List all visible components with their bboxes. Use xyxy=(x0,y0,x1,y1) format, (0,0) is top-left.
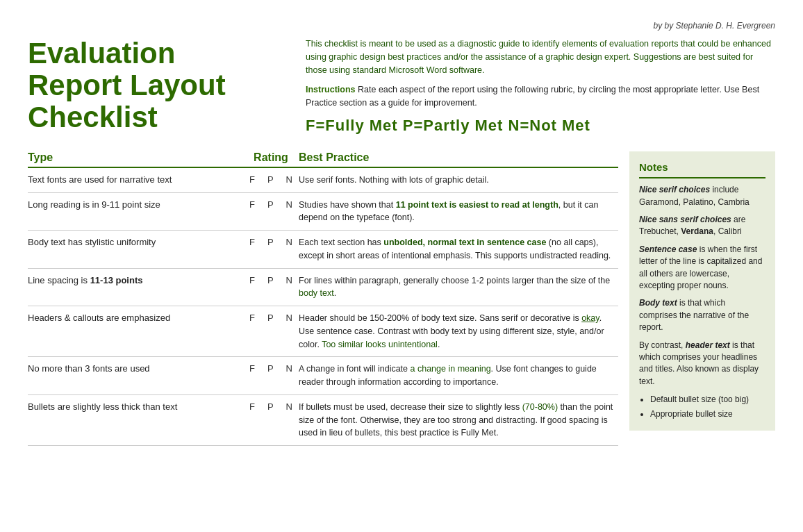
rating-n: N xyxy=(286,237,292,247)
row7-type: Bullets are slightly less thick than tex… xyxy=(28,401,243,413)
row5-type: Headers & callouts are emphasized xyxy=(28,312,243,324)
rating-n: N xyxy=(286,275,292,285)
notes-header-text-label: header text xyxy=(686,340,730,350)
title-block: EvaluationReport LayoutChecklist xyxy=(28,38,299,134)
notes-bullet-2: Appropriate bullet size xyxy=(650,408,765,420)
rating-n: N xyxy=(286,313,292,323)
row5-rating: F P N xyxy=(243,312,299,323)
rating-p: P xyxy=(267,199,274,210)
table-row: Long reading is in 9-11 point size F P N… xyxy=(28,193,618,231)
row4-bestpractice: For lines within paragraph, generally ch… xyxy=(299,274,618,301)
row6-rating: F P N xyxy=(243,363,299,374)
row3-type: Body text has stylistic uniformity xyxy=(28,236,243,249)
rating-n: N xyxy=(286,363,292,374)
notes-header-text: By contrast, header text is that which c… xyxy=(639,340,765,388)
notes-sans-serif-label: Nice sans serif choices xyxy=(639,215,731,224)
notes-sentence-case: Sentence case is when the first letter o… xyxy=(639,244,765,292)
page-title: EvaluationReport LayoutChecklist xyxy=(28,38,299,134)
notes-body-text: Body text is that which comprises the na… xyxy=(639,297,765,333)
rating-p: P xyxy=(267,401,274,412)
rating-p: P xyxy=(267,363,274,374)
col-bestpractice-header: Best Practice xyxy=(299,151,618,164)
notes-header: Notes xyxy=(639,160,765,179)
row6-bestpractice: A change in font will indicate a change … xyxy=(299,363,618,389)
page: by by Stephanie D. H. Evergreen Evaluati… xyxy=(0,0,803,532)
row2-type: Long reading is in 9-11 point size xyxy=(28,199,243,211)
row1-type: Text fonts are used for narrative text xyxy=(28,174,243,186)
byline: by by Stephanie D. H. Evergreen xyxy=(28,21,775,31)
notes-body-text-label: Body text xyxy=(639,298,677,308)
author-name: by Stephanie D. H. Evergreen xyxy=(665,21,775,31)
rating-f: F xyxy=(249,363,255,374)
row3-rating: F P N xyxy=(243,236,299,247)
col-type-header: Type xyxy=(28,151,243,164)
row2-rating: F P N xyxy=(243,199,299,210)
checklist-table: Type Rating Best Practice Text fonts are… xyxy=(28,151,618,446)
notes-serif-label: Nice serif choices xyxy=(639,185,710,194)
rating-n: N xyxy=(286,174,292,185)
rating-f: F xyxy=(249,401,255,412)
row1-rating: F P N xyxy=(243,174,299,185)
notes-bullets-list: Default bullet size (too big) Appropriat… xyxy=(639,393,765,420)
row6-type: No more than 3 fonts are used xyxy=(28,363,243,375)
table-row: Line spacing is 11-13 points F P N For l… xyxy=(28,269,618,307)
rating-f: F xyxy=(249,199,255,210)
rating-f: F xyxy=(249,313,255,323)
row4-type: Line spacing is 11-13 points xyxy=(28,274,243,287)
row7-rating: F P N xyxy=(243,401,299,412)
rating-n: N xyxy=(286,401,292,412)
table-row: Bullets are slightly less thick than tex… xyxy=(28,395,618,446)
instructions-body: Rate each aspect of the report using the… xyxy=(306,85,759,108)
rating-f: F xyxy=(249,275,255,285)
rating-p: P xyxy=(267,313,274,323)
notes-sentence-case-label: Sentence case xyxy=(639,244,697,254)
instructions-text: Instructions Rate each aspect of the rep… xyxy=(306,83,775,110)
rating-n: N xyxy=(286,199,292,210)
notes-box: Notes Nice serif choices include Garamon… xyxy=(629,151,775,431)
row4-rating: F P N xyxy=(243,274,299,285)
row1-bestpractice: Use serif fonts. Nothing with lots of gr… xyxy=(299,174,618,187)
col-rating-header: Rating xyxy=(243,151,299,164)
rating-p: P xyxy=(267,275,274,285)
row2-bestpractice: Studies have shown that 11 point text is… xyxy=(299,199,618,225)
rating-p: P xyxy=(267,174,274,185)
row5-bestpractice: Header should be 150-200% of body text s… xyxy=(299,312,618,351)
table-row: Headers & callouts are emphasized F P N … xyxy=(28,306,618,357)
table-row: No more than 3 fonts are used F P N A ch… xyxy=(28,357,618,395)
instructions-label: Instructions xyxy=(306,85,356,94)
top-section: EvaluationReport LayoutChecklist This ch… xyxy=(28,38,775,135)
notes-bullet-1: Default bullet size (too big) xyxy=(650,393,765,406)
main-table-section: Type Rating Best Practice Text fonts are… xyxy=(28,151,775,446)
rating-scale: F=Fully Met P=Partly Met N=Not Met xyxy=(306,117,775,135)
intro-block: This checklist is meant to be used as a … xyxy=(299,38,775,135)
rating-f: F xyxy=(249,174,255,185)
intro-text: This checklist is meant to be used as a … xyxy=(306,38,775,76)
table-header-row: Type Rating Best Practice xyxy=(28,151,618,168)
row7-bestpractice: If bullets must be used, decrease their … xyxy=(299,401,618,440)
notes-serif: Nice serif choices include Garamond, Pal… xyxy=(639,184,765,208)
notes-sans-serif: Nice sans serif choices are Trebuchet, V… xyxy=(639,214,765,238)
row3-bestpractice: Each text section has unbolded, normal t… xyxy=(299,236,618,263)
table-row: Text fonts are used for narrative text F… xyxy=(28,168,618,193)
rating-f: F xyxy=(249,237,255,247)
table-row: Body text has stylistic uniformity F P N… xyxy=(28,231,618,269)
rating-p: P xyxy=(267,237,274,247)
